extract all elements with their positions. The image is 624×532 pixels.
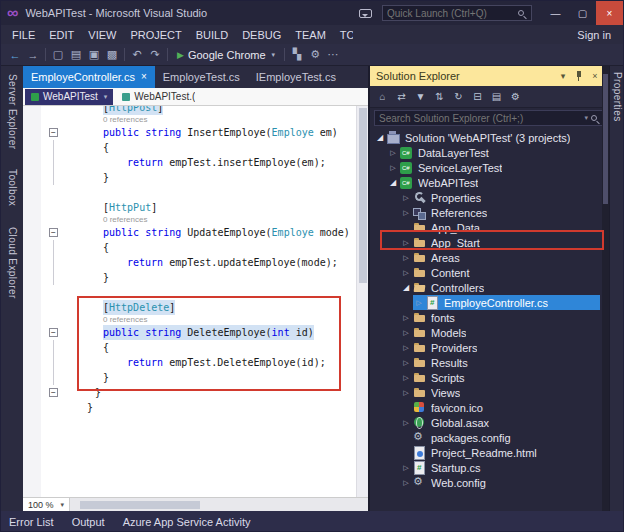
- code-line[interactable]: [HttpPut]: [23, 200, 368, 215]
- open-file-icon[interactable]: ▤: [67, 48, 85, 61]
- editor-vertical-scrollbar[interactable]: [356, 106, 368, 497]
- collapse-arrow-icon[interactable]: ◢: [387, 178, 399, 187]
- start-debug-button[interactable]: ▶Google Chrome▾: [171, 49, 281, 61]
- tree-item-favicon-ico[interactable]: favicon.ico: [370, 400, 609, 415]
- tree-item-references[interactable]: ▷References: [370, 205, 609, 220]
- close-icon[interactable]: ×: [587, 68, 603, 84]
- menu-item-project[interactable]: PROJECT: [123, 29, 188, 41]
- menu-item-edit[interactable]: EDIT: [42, 29, 81, 41]
- tree-item-packages-config[interactable]: packages.config: [370, 430, 609, 445]
- code-line[interactable]: [23, 285, 368, 300]
- tree-item-controllers[interactable]: ◢Controllers: [370, 280, 609, 295]
- tree-item-servicelayertest[interactable]: ▷ServiceLayerTest: [370, 160, 609, 175]
- tree-item-providers[interactable]: ▷Providers: [370, 340, 609, 355]
- expand-arrow-icon[interactable]: ▷: [400, 209, 412, 217]
- menu-item-view[interactable]: VIEW: [81, 29, 123, 41]
- codelens-references[interactable]: 0 references: [103, 315, 147, 325]
- code-line[interactable]: {: [23, 240, 368, 255]
- code-line[interactable]: {: [23, 140, 368, 155]
- tree-vertical-scrollbar[interactable]: [602, 66, 609, 511]
- horizontal-scrollbar-thumb[interactable]: [80, 501, 200, 509]
- code-line[interactable]: −public string UpdateEmploye(Employe mod…: [23, 225, 368, 240]
- expand-arrow-icon[interactable]: ▷: [400, 374, 412, 382]
- menu-item-debug[interactable]: DEBUG: [235, 29, 288, 41]
- pending-changes-filter-icon[interactable]: ▼: [412, 91, 429, 102]
- type-dropdown[interactable]: WebAPITest.(: [113, 91, 195, 102]
- collapse-arrow-icon[interactable]: ◢: [374, 133, 386, 142]
- codelens-line[interactable]: 0 references: [23, 215, 368, 225]
- document-tab-employetest-cs[interactable]: EmployeTest.cs: [155, 66, 248, 88]
- solution-explorer-header[interactable]: Solution Explorer ▾ ×: [370, 66, 609, 86]
- expand-arrow-icon[interactable]: ▷: [387, 149, 399, 157]
- sidebar-tab-cloud-explorer[interactable]: Cloud Explorer: [7, 227, 18, 299]
- code-line[interactable]: {: [23, 340, 368, 355]
- tree-item-project-readme-html[interactable]: Project_Readme.html: [370, 445, 609, 460]
- code-line[interactable]: −public string InsertEmploye(Employe em): [23, 125, 368, 140]
- options-icon[interactable]: ⚙: [306, 48, 324, 61]
- tree-item-results[interactable]: ▷Results: [370, 355, 609, 370]
- undo-icon[interactable]: ↶: [128, 48, 146, 61]
- expand-arrow-icon[interactable]: ▷: [400, 254, 412, 262]
- switch-views-icon[interactable]: ⇄: [393, 91, 410, 102]
- expand-arrow-icon[interactable]: ▷: [400, 479, 412, 487]
- code-line[interactable]: [23, 185, 368, 200]
- new-file-icon[interactable]: ▢: [49, 48, 67, 61]
- sidebar-tab-server-explorer[interactable]: Server Explorer: [7, 74, 18, 149]
- tree-item-global-asax[interactable]: ▷Global.asax: [370, 415, 609, 430]
- close-icon[interactable]: ×: [141, 72, 147, 82]
- tree-item-datalayertest[interactable]: ▷DataLayerTest: [370, 145, 609, 160]
- expand-arrow-icon[interactable]: ▷: [400, 464, 412, 472]
- show-all-files-icon[interactable]: ▤: [488, 91, 505, 102]
- maximize-button[interactable]: ▢: [569, 1, 596, 25]
- tree-item-solution-webapitest-3-projects[interactable]: ◢Solution 'WebAPITest' (3 projects): [370, 130, 609, 145]
- tree-item-views[interactable]: ▷Views: [370, 385, 609, 400]
- expand-arrow-icon[interactable]: ▷: [400, 344, 412, 352]
- codelens-references[interactable]: 0 references: [103, 215, 147, 225]
- expand-arrow-icon[interactable]: ▷: [400, 359, 412, 367]
- fold-collapse-icon[interactable]: −: [49, 388, 58, 397]
- expand-arrow-icon[interactable]: ▷: [400, 389, 412, 397]
- tree-item-properties[interactable]: ▷Properties: [370, 190, 609, 205]
- code-line[interactable]: }: [23, 270, 368, 285]
- codelens-line[interactable]: 0 references: [23, 115, 368, 125]
- sidebar-tab-toolbox[interactable]: Toolbox: [7, 169, 18, 206]
- collapse-all-icon[interactable]: ⊟: [469, 91, 486, 102]
- code-editor[interactable]: [HttpPost]0 references−public string Ins…: [23, 106, 368, 497]
- code-line[interactable]: }: [23, 170, 368, 185]
- forward-icon[interactable]: →: [24, 49, 42, 61]
- more-icon[interactable]: ⋯: [324, 48, 342, 61]
- code-line[interactable]: return empTest.DeleteEmploye(id);: [23, 355, 368, 370]
- quick-launch-input[interactable]: [383, 8, 518, 19]
- build-icon[interactable]: ▚: [288, 48, 306, 61]
- tree-item-models[interactable]: ▷Models: [370, 325, 609, 340]
- chevron-down-icon[interactable]: ▾: [584, 114, 588, 122]
- document-tab-iemployetest-cs[interactable]: IEmployeTest.cs: [248, 66, 344, 88]
- redo-icon[interactable]: ↷: [146, 48, 164, 61]
- menu-item-build[interactable]: BUILD: [189, 29, 235, 41]
- scrollbar-thumb[interactable]: [359, 108, 367, 283]
- status-tab-output[interactable]: Output: [72, 516, 105, 528]
- tree-item-web-config[interactable]: ▷Web.config: [370, 475, 609, 490]
- tree-item-startup-cs[interactable]: ▷Startup.cs: [370, 460, 609, 475]
- pin-icon[interactable]: [571, 68, 587, 84]
- code-line[interactable]: −}: [23, 385, 368, 400]
- project-dropdown[interactable]: WebAPITest ▾: [25, 89, 113, 105]
- tree-item-content[interactable]: ▷Content: [370, 265, 609, 280]
- solution-search-input[interactable]: [375, 113, 584, 124]
- feedback-icon[interactable]: [359, 9, 372, 18]
- properties-icon[interactable]: ⚙: [507, 91, 524, 102]
- tree-item-fonts[interactable]: ▷fonts: [370, 310, 609, 325]
- menu-item-team[interactable]: TEAM: [288, 29, 333, 41]
- code-line[interactable]: [HttpPost]: [23, 106, 368, 115]
- expand-arrow-icon[interactable]: ▷: [400, 314, 412, 322]
- code-line[interactable]: −public string DeleteEmploye(int id): [23, 325, 368, 340]
- tree-item-app-data[interactable]: App_Data: [370, 220, 609, 235]
- expand-arrow-icon[interactable]: ▷: [400, 419, 412, 427]
- zoom-control[interactable]: 100 % ▾: [23, 498, 70, 511]
- tree-item-webapitest[interactable]: ◢WebAPITest: [370, 175, 609, 190]
- codelens-references[interactable]: 0 references: [103, 115, 147, 125]
- sidebar-tab-properties[interactable]: Properties: [612, 72, 623, 122]
- sync-active-icon[interactable]: ⇅: [431, 91, 448, 102]
- save-all-icon[interactable]: ▩: [103, 48, 121, 61]
- save-icon[interactable]: ▣: [85, 48, 103, 61]
